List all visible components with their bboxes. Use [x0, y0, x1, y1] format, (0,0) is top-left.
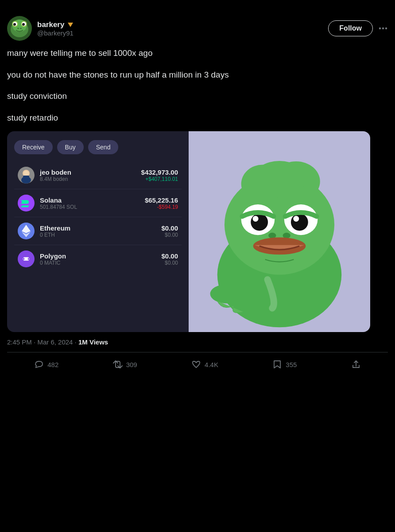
polygon-icon [18, 250, 35, 267]
wallet-buttons: Receive Buy Send [14, 140, 182, 154]
svg-point-6 [13, 23, 16, 26]
svg-point-8 [17, 28, 19, 29]
solana-icon [18, 195, 35, 211]
avatar[interactable] [7, 16, 32, 41]
asset-row-polygon[interactable]: Polygon 0 MATIC $0.00 $0.00 [14, 245, 182, 273]
polygon-value: $0.00 $0.00 [161, 252, 178, 266]
polygon-amount: 0 MATIC [40, 260, 156, 266]
username: @barkery91 [37, 29, 74, 37]
tweet-time: 2:45 PM [7, 338, 32, 346]
ethereum-info: Ethereum 0 ETH [40, 224, 156, 238]
share-icon [351, 360, 361, 369]
media-card: Receive Buy Send [7, 131, 370, 332]
polygon-usd: $0.00 [161, 252, 178, 260]
solana-info: Solana 501.84784 SOL [40, 196, 139, 210]
tweet-line-2: you do not have the stones to run up hal… [7, 69, 388, 82]
wallet-panel: Receive Buy Send [7, 131, 189, 332]
solana-amount: 501.84784 SOL [40, 204, 139, 210]
tweet-actions: 482 309 4.4K [7, 354, 388, 371]
reply-action[interactable]: 482 [34, 360, 58, 369]
asset-row-ethereum[interactable]: Ethereum 0 ETH $0.00 $0.00 [14, 217, 182, 245]
boden-value: $432,973.00 +$407,110.01 [141, 168, 178, 182]
solana-usd: $65,225.16 [145, 196, 178, 204]
boden-name: jeo boden [40, 168, 136, 176]
tweet-date: Mar 6, 2024 [37, 338, 73, 346]
tweet-body: many were telling me to sell 1000x ago y… [7, 47, 388, 124]
tweet-container: barkery @barkery91 Follow many were tell… [7, 9, 388, 378]
asset-row-boden[interactable]: jeo boden 8.4M boden $432,973.00 +$407,1… [14, 161, 182, 189]
user-info: barkery @barkery91 [37, 20, 74, 37]
bookmark-action[interactable]: 355 [272, 360, 297, 369]
display-name: barkery [37, 20, 74, 29]
retweet-action[interactable]: 309 [113, 360, 137, 369]
heart-icon [191, 360, 201, 369]
polygon-info: Polygon 0 MATIC [40, 252, 156, 266]
asset-row-solana[interactable]: Solana 501.84784 SOL $65,225.16 -$594.19 [14, 189, 182, 217]
buy-button[interactable]: Buy [57, 140, 84, 154]
svg-point-34 [210, 284, 244, 303]
svg-point-30 [293, 216, 299, 222]
svg-point-12 [385, 27, 387, 29]
solana-value: $65,225.16 -$594.19 [145, 196, 178, 210]
svg-point-10 [379, 27, 381, 29]
solana-name: Solana [40, 196, 139, 204]
receive-button[interactable]: Receive [14, 140, 53, 154]
svg-point-11 [382, 27, 384, 29]
retweet-icon [113, 360, 123, 369]
reply-count: 482 [47, 361, 58, 368]
svg-point-29 [253, 216, 259, 222]
boden-info: jeo boden 8.4M boden [40, 168, 136, 182]
tweet-header: barkery @barkery91 Follow [7, 16, 388, 41]
svg-point-32 [283, 233, 290, 239]
header-left: barkery @barkery91 [7, 16, 74, 41]
boden-icon [18, 167, 35, 184]
wallet-assets: jeo boden 8.4M boden $432,973.00 +$407,1… [14, 161, 182, 273]
svg-point-7 [22, 23, 25, 26]
polygon-change: $0.00 [161, 260, 178, 266]
ethereum-amount: 0 ETH [40, 232, 156, 238]
ethereum-icon [18, 223, 35, 239]
tweet-views: 1M Views [78, 338, 108, 346]
pepe-panel [189, 131, 370, 332]
bookmark-icon [272, 360, 282, 369]
boden-usd: $432,973.00 [141, 168, 178, 176]
boden-change: +$407,110.01 [141, 176, 178, 182]
meta-dot-2: · [75, 338, 78, 346]
svg-point-31 [268, 233, 276, 239]
solana-change: -$594.19 [145, 204, 178, 210]
ethereum-name: Ethereum [40, 224, 156, 232]
reply-icon [34, 360, 44, 369]
tweet-meta: 2:45 PM · Mar 6, 2024 · 1M Views [7, 338, 388, 346]
ellipsis-icon [378, 23, 388, 33]
svg-point-24 [253, 161, 306, 197]
retweet-count: 309 [126, 361, 137, 368]
follow-button[interactable]: Follow [328, 20, 373, 36]
svg-point-27 [251, 214, 268, 231]
polygon-name: Polygon [40, 252, 156, 260]
like-count: 4.4K [205, 361, 218, 368]
ethereum-usd: $0.00 [161, 224, 178, 232]
svg-point-16 [23, 171, 29, 176]
send-button[interactable]: Send [88, 140, 119, 154]
more-options-button[interactable] [378, 23, 388, 33]
bookmark-count: 355 [286, 361, 297, 368]
ethereum-value: $0.00 $0.00 [161, 224, 178, 238]
svg-point-28 [291, 214, 308, 231]
tweet-line-4: study retardio [7, 112, 388, 125]
like-action[interactable]: 4.4K [191, 360, 218, 369]
pepe-illustration [189, 131, 370, 332]
header-actions: Follow [328, 20, 388, 36]
tweet-line-3: study conviction [7, 90, 388, 103]
boden-amount: 8.4M boden [40, 176, 136, 182]
verified-badge-icon [68, 23, 73, 27]
divider-top [7, 352, 388, 352]
svg-point-9 [20, 28, 22, 29]
ethereum-change: $0.00 [161, 232, 178, 238]
svg-rect-17 [23, 176, 29, 178]
tweet-line-1: many were telling me to sell 1000x ago [7, 47, 388, 60]
share-action[interactable] [351, 360, 361, 369]
